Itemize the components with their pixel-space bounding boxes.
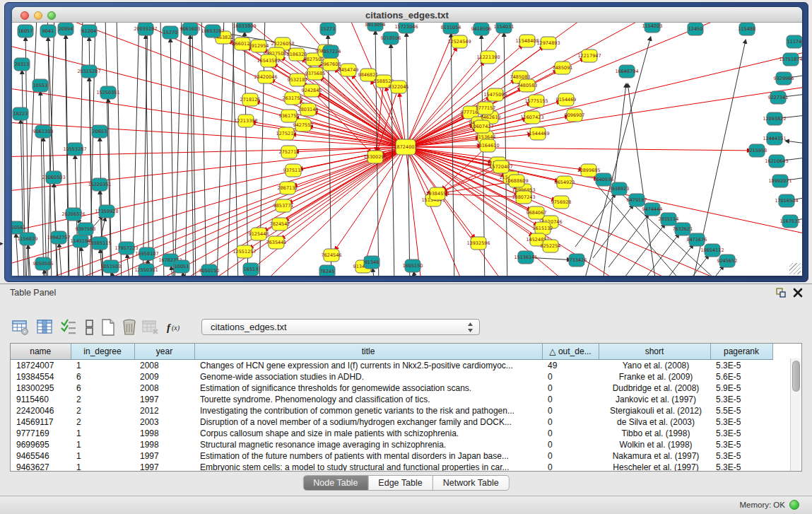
cell-pagerank[interactable]: 5.3E-5 — [710, 394, 772, 405]
cell-out_degree[interactable]: 49 — [542, 360, 599, 372]
graph-node[interactable]: 5912954 — [249, 40, 269, 52]
graph-node[interactable]: 9397588 — [76, 223, 96, 235]
graph-node[interactable]: 15723046 — [394, 23, 418, 33]
cell-in_degree[interactable]: 1 — [71, 360, 134, 372]
cell-year[interactable]: 2009 — [134, 371, 194, 382]
graph-node[interactable]: 8131054 — [441, 23, 461, 34]
graph-node[interactable]: 9227341 — [768, 91, 789, 104]
graph-node[interactable]: 9218506 — [381, 32, 401, 45]
cell-year[interactable]: 2008 — [134, 382, 194, 394]
graph-edge[interactable] — [373, 271, 375, 276]
graph-node[interactable]: 1156829 — [18, 233, 38, 245]
graph-edge[interactable] — [406, 147, 464, 276]
graph-node[interactable]: 5051503 — [101, 260, 122, 273]
graph-node[interactable]: 1605150 — [403, 259, 423, 272]
graph-edge[interactable] — [387, 89, 406, 147]
graph-node[interactable]: 15250351 — [96, 86, 119, 99]
graph-edge[interactable] — [228, 23, 235, 276]
cell-short[interactable]: Stergiakouli et al. (2012) — [599, 405, 710, 416]
graph-node[interactable]: 7632621 — [673, 223, 693, 235]
graph-edge[interactable] — [788, 141, 802, 144]
cell-year[interactable]: 2008 — [134, 360, 194, 372]
cell-in_degree[interactable]: 6 — [71, 382, 134, 394]
graph-edge[interactable] — [504, 35, 507, 276]
delete-table-icon[interactable] — [141, 318, 160, 337]
tab-edge-table[interactable]: Edge Table — [368, 475, 433, 491]
graph-node[interactable]: 8322045 — [389, 81, 409, 93]
graph-node[interactable]: 8813054 — [365, 23, 386, 31]
cell-short[interactable]: Wolkin et al. (1998) — [599, 439, 710, 450]
graph-node[interactable]: 12444151 — [763, 132, 786, 145]
graph-node[interactable]: 9853771 — [273, 199, 294, 212]
graph-node[interactable]: 2803144 — [298, 103, 319, 116]
cell-in_degree[interactable]: 2 — [71, 405, 134, 416]
graph-node[interactable]: 8938923 — [609, 182, 630, 195]
graph-edge[interactable] — [127, 257, 130, 276]
column-header-in_degree[interactable]: in_degree — [71, 344, 134, 360]
cell-out_degree[interactable]: 0 — [542, 371, 599, 382]
graph-node[interactable]: 2867131 — [278, 182, 298, 194]
graph-node[interactable]: 1154203 — [642, 23, 663, 33]
cell-title[interactable]: Embryonic stem cells: a model to study s… — [194, 462, 542, 472]
cell-pagerank[interactable]: 5.3E-5 — [710, 428, 772, 439]
graph-edge[interactable] — [59, 246, 62, 276]
tab-network-table[interactable]: Network Table — [433, 475, 510, 491]
cell-short[interactable]: Franke et al. (2009) — [599, 371, 710, 382]
cell-name[interactable]: 22420046 — [11, 405, 71, 416]
graph-node[interactable]: 8454749 — [339, 64, 359, 76]
network-canvas[interactable]: 1872400774638228660124591295423226058982… — [12, 23, 802, 276]
graph-node[interactable]: 18223 — [13, 107, 28, 120]
cell-name[interactable]: 19384554 — [11, 371, 71, 382]
graph-node[interactable]: 7480583 — [517, 79, 538, 92]
graph-node[interactable]: 9050505 — [33, 257, 54, 270]
network-window-titlebar[interactable]: citations_edges.txt — [12, 7, 802, 23]
graph-edge[interactable] — [639, 236, 678, 276]
row-height-icon[interactable] — [81, 318, 99, 337]
graph-node[interactable]: 12213398 — [234, 115, 257, 127]
graph-edge[interactable] — [40, 94, 44, 276]
table-row[interactable]: 946554611997Estimation of the future num… — [11, 450, 772, 462]
graph-node[interactable]: 15270 — [163, 26, 178, 39]
function-builder-icon[interactable]: f (x) — [165, 318, 184, 337]
cell-title[interactable]: Corpus callosum shape and size in male p… — [194, 428, 542, 439]
cell-title[interactable]: Estimation of significance thresholds fo… — [194, 382, 542, 394]
graph-edge[interactable] — [451, 36, 454, 276]
cell-year[interactable]: 1998 — [134, 439, 194, 450]
graph-node[interactable]: 18724007 — [394, 139, 417, 155]
column-header-year[interactable]: year — [134, 344, 194, 360]
graph-node[interactable]: 20206576 — [61, 208, 85, 221]
table-row[interactable]: 1456911722003Disruption of a novel membe… — [11, 416, 772, 428]
graph-node[interactable]: 76245 — [319, 265, 335, 276]
graph-node[interactable]: 20653 — [92, 125, 107, 138]
cell-title[interactable]: Structural magnetic resonance image aver… — [194, 439, 542, 450]
graph-node[interactable]: 1167531 — [780, 215, 801, 228]
cell-title[interactable]: Estimation of the future numbers of pati… — [194, 450, 542, 462]
cell-title[interactable]: Changes of HCN gene expression and I(f) … — [194, 360, 542, 372]
cell-short[interactable]: Nakamura et al. (1997) — [599, 450, 710, 462]
graph-node[interactable]: 15136141 — [514, 251, 537, 264]
graph-node[interactable]: 18992071 — [768, 175, 792, 187]
graph-node[interactable]: 8215958 — [747, 144, 767, 157]
cell-in_degree[interactable]: 1 — [71, 439, 134, 450]
graph-edge[interactable] — [170, 41, 174, 276]
cell-name[interactable]: 9115460 — [11, 394, 71, 405]
table-row[interactable]: 1872400712008Changes of HCN gene express… — [11, 360, 772, 372]
table-row[interactable]: 977716911998Corpus callosum shape and si… — [11, 428, 772, 439]
graph-node[interactable]: 9654923 — [555, 176, 575, 189]
graph-edge[interactable] — [406, 119, 524, 147]
graph-node[interactable]: 1275212 — [276, 127, 297, 140]
graph-edge[interactable] — [132, 23, 139, 276]
cell-out_degree[interactable]: 0 — [542, 416, 599, 428]
cell-title[interactable]: Investigating the contribution of common… — [194, 405, 542, 416]
graph-node[interactable]: 12551257 — [233, 245, 256, 258]
graph-node[interactable]: 1615132 — [533, 222, 553, 235]
graph-edge[interactable] — [414, 274, 416, 276]
close-panel-icon[interactable] — [792, 287, 804, 298]
graph-node[interactable]: 7824542 — [270, 218, 290, 230]
cell-out_degree[interactable]: 0 — [542, 405, 599, 416]
float-panel-icon[interactable] — [775, 287, 787, 298]
graph-edge[interactable] — [54, 186, 57, 276]
graph-node[interactable]: 23060503 — [42, 171, 65, 184]
cell-name[interactable]: 9699695 — [11, 439, 71, 450]
graph-node[interactable]: 11548408 — [515, 35, 539, 47]
